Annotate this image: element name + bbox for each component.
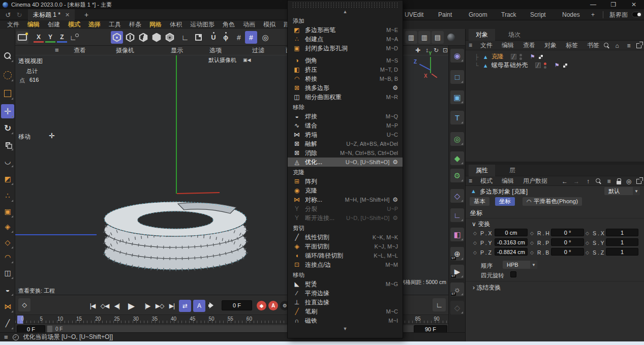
keyframe-dot-icon[interactable]: ◇ [530,250,534,255]
render-settings-button[interactable]: ▤ [432,31,444,44]
context-menu-item-connect-edges[interactable]: ⊡连接点/边M~M [288,260,403,269]
z-axis-lock-button[interactable]: Z [57,33,67,43]
settings-gear-icon[interactable]: ⚙ [392,84,398,91]
status-menu-icon[interactable]: ≡ [4,333,8,341]
context-menu-item-dissolve[interactable]: ⊠融解U~Z, Alt+BS, Alt+Del [288,139,403,148]
context-menu-item-bevel[interactable]: ◑倒角M~S [288,56,403,65]
tag-flag-icon[interactable]: ⚑ [530,53,535,60]
document-tab[interactable]: 未标题 1 * ✕ [28,9,75,20]
context-menu-item-optimize[interactable]: ◬优化...U~O, [U~Shift+O]⚙ [288,158,403,167]
tab-attributes[interactable]: 属性 [469,165,495,176]
context-menu-item-split[interactable]: Y分裂U~P [288,204,403,213]
edit-lock-button[interactable]: ◇ [450,301,464,315]
live-selection-button[interactable] [1,68,14,82]
tab-close-icon[interactable]: ✕ [65,12,70,18]
context-menu-item-symmetry[interactable]: ⋈对称...M~H, [M~Shift+H]⚙ [288,195,403,204]
om-menu-view[interactable]: 查看 [518,41,540,50]
move-tool-button[interactable]: ✛ [1,104,14,118]
rectangle-selection-button[interactable] [1,86,14,101]
object-axis-button[interactable]: ∟ [179,31,191,44]
tab-takes[interactable]: 场次 [501,29,528,41]
scale-tool-button[interactable] [1,137,14,151]
menubar-item-volume[interactable]: 体积 [166,20,186,29]
tag-flag-icon[interactable]: ⚑ [555,62,560,69]
play-button[interactable] [124,299,138,312]
search-button[interactable] [1,49,14,63]
transform-group-toggle[interactable]: ∨ 变换 [472,220,490,229]
object-row-clone[interactable]: ├ ▲ 克隆 ╱ ⚑ [466,52,644,61]
om-hamburger-icon[interactable]: ≡ [469,42,476,49]
am-target-icon[interactable]: ◎ [625,178,633,185]
spline-arc-pen-button[interactable]: ◡ [1,154,14,168]
deformer-button[interactable]: ◧ [450,228,464,241]
x-axis-lock-button[interactable]: X [34,33,44,43]
menubar-item-mograph[interactable]: 运动图形 [186,20,219,29]
context-menu-item-stitch[interactable]: ∿缝合M~P [288,121,403,130]
am-hamburger-icon[interactable]: ≡ [469,177,476,184]
next-key-button[interactable] [154,299,166,312]
null-object-button[interactable]: ∟ [450,208,464,222]
coordinate-system-button[interactable]: ∟ [68,31,80,44]
context-menu-item-disconnect[interactable]: Y断开连接...U~D, [U~Shift+D]⚙ [288,213,403,223]
tree-branch-icon[interactable]: └ [475,62,479,69]
tab-layers[interactable]: 层 [502,165,523,176]
sound-icon[interactable] [208,302,217,309]
context-menu-item-create-point[interactable]: ∴创建点M~A [288,35,403,44]
layout-tab-paint[interactable]: Paint [438,9,452,20]
visibility-dots[interactable] [519,54,522,60]
go-to-start-button[interactable] [86,299,99,312]
om-popout-icon[interactable] [636,43,641,48]
keyframe-dot-icon[interactable]: ◇ [586,250,589,255]
viewport-menu-display[interactable]: 显示 [171,46,183,55]
freeze-transform-toggle[interactable]: › 冻结变换 [473,284,501,292]
context-menu-item-weld[interactable]: ◒焊接M~Q [288,112,403,121]
bridge-button[interactable]: ◠ [1,250,14,264]
redo-icon[interactable] [14,9,24,20]
keyframe-dot-icon[interactable]: ◇ [473,250,477,255]
minimize-button[interactable] [584,0,603,9]
px-field[interactable]: 0 cm [495,229,528,236]
object-name[interactable]: 螺母基础外壳 [492,61,528,70]
keyframe-dot-icon[interactable]: ◇ [586,231,589,236]
om-search-icon[interactable] [604,43,609,48]
snap-target-button[interactable]: ◎ [259,31,271,44]
om-menu-edit[interactable]: 编辑 [497,41,518,50]
model-mode-button[interactable] [150,31,163,44]
text-primitive-button[interactable]: T [450,111,464,124]
quaternion-checkbox[interactable] [510,271,516,277]
am-menu-mode[interactable]: 模式 [476,177,497,185]
order-dropdown[interactable]: HPB▼ [503,261,537,269]
menubar-item-create[interactable]: 创建 [44,20,64,29]
object-name[interactable]: 克隆 [492,52,504,61]
tab-phong[interactable]: ◠平滑着色(Phong) [523,197,582,206]
rh-field[interactable]: 0 ° [551,229,584,236]
knife-button[interactable]: ╱ [1,316,14,330]
sky-button[interactable]: ⊕ST [450,247,464,261]
am-up-icon[interactable]: ↑ [584,178,592,185]
range-end-field[interactable]: 90 F [414,325,447,333]
edit-toggle-icon[interactable]: ╱ [535,62,541,68]
camera-name-label[interactable]: 默认摄像机 [208,56,236,64]
context-menu-item-magnet[interactable]: ∩磁铁M~I [288,316,403,325]
settings-gear-icon[interactable]: ⚙ [392,196,398,203]
viewport-menu-view[interactable]: 查看 [74,46,86,55]
material-button[interactable] [445,31,457,44]
context-menu-item-clone[interactable]: ◉克隆 [288,186,403,195]
om-menu-tags[interactable]: 标签 [561,41,582,50]
autokey-range-button[interactable]: A [193,300,205,312]
am-popout-icon[interactable] [636,179,641,184]
extrude-button[interactable]: ◈ [1,219,14,234]
layout-tab-uvedit[interactable]: UVEdit [405,9,423,20]
menubar-item-file[interactable]: 文件 [3,20,23,29]
rb-field[interactable]: 0 ° [551,248,584,256]
model-3d[interactable] [100,200,251,272]
edit-toggle-icon[interactable]: ╱ [511,54,516,59]
context-menu-item-polygon-pen[interactable]: ◩多边形画笔M~E [288,25,403,35]
extrude-inner-button[interactable]: ◇ [1,235,14,249]
polygon-pen-button[interactable]: ◩ [1,172,14,186]
tab-objects[interactable]: 对象 [469,29,495,41]
next-frame-button[interactable] [141,299,154,312]
context-menu-item-smooth-edge[interactable]: ∕平滑边缘 [288,289,403,298]
menu-scroll-up-icon[interactable]: ▲ [288,8,403,15]
preset-dropdown[interactable]: 默认▼ [604,187,640,195]
